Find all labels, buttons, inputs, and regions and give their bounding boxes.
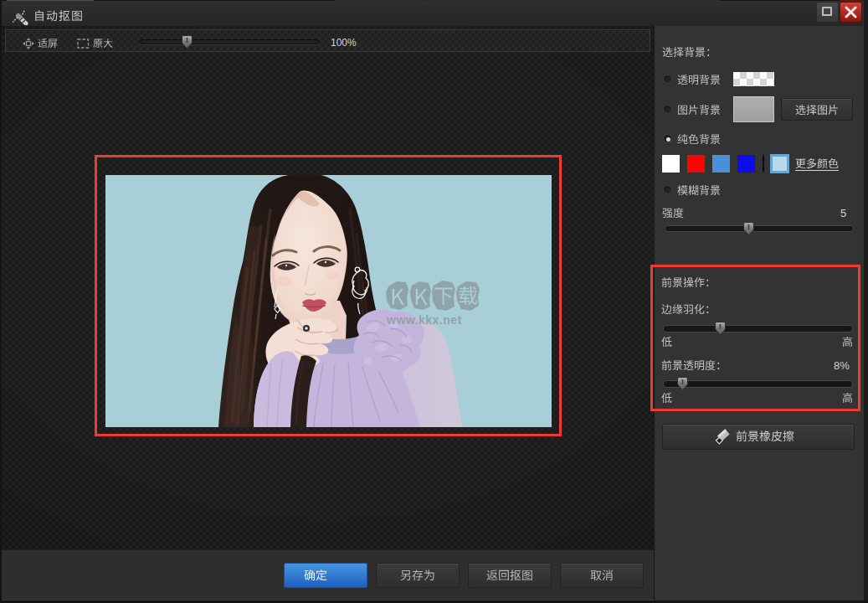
svg-text:www.kkx.net: www.kkx.net — [386, 313, 462, 327]
